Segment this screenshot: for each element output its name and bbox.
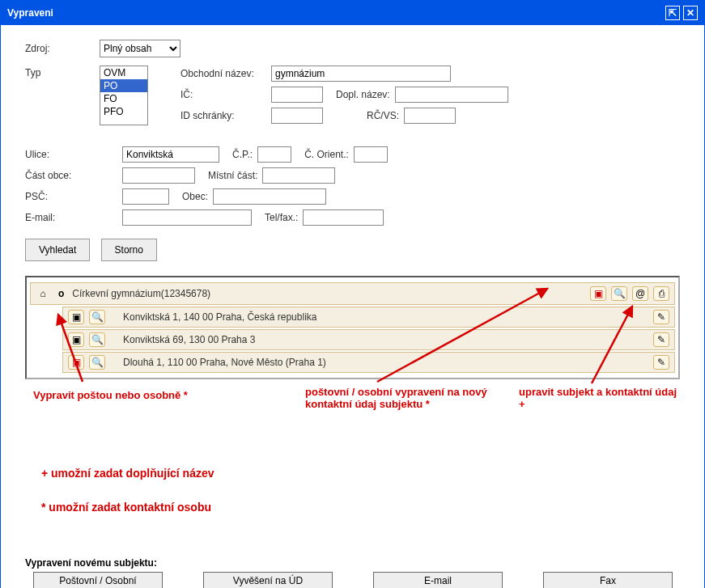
obchodni-nazev-label: Obchodní název: xyxy=(180,68,271,79)
dopl-nazev-label: Dopl. název: xyxy=(336,89,390,100)
corient-input[interactable] xyxy=(354,146,388,163)
footer-vyveseni-button[interactable]: Vyvěšení na ÚD xyxy=(203,572,333,588)
mistnicast-input[interactable] xyxy=(262,167,335,184)
window-title: Vypraveni xyxy=(7,7,53,19)
annotation-note2: * umožní zadat kontaktní osobu xyxy=(41,501,211,514)
typ-option-ovm[interactable]: OVM xyxy=(100,66,147,79)
obchodni-nazev-input[interactable] xyxy=(271,66,451,82)
arrow-icon xyxy=(345,281,555,386)
storno-button[interactable]: Storno xyxy=(101,239,157,261)
ulice-input[interactable] xyxy=(122,146,219,163)
svg-line-0 xyxy=(58,315,83,382)
email-input[interactable] xyxy=(122,209,252,226)
telfax-input[interactable] xyxy=(303,209,384,226)
obec-input[interactable] xyxy=(213,188,326,205)
subject-badge: o xyxy=(58,288,64,299)
svg-line-2 xyxy=(592,307,632,383)
annotation-left: Vypravit poštou nebo osobně * xyxy=(33,389,188,401)
ic-input[interactable] xyxy=(271,87,323,103)
footer-postovni-button[interactable]: Poštovní / Osobní xyxy=(33,572,163,588)
footer-email-button[interactable]: E-mail xyxy=(373,572,503,588)
address-edit-icon[interactable]: ✎ xyxy=(653,355,669,370)
footer-fax-button[interactable]: Fax xyxy=(543,572,673,588)
svg-line-1 xyxy=(377,289,547,382)
zdroj-select[interactable]: Plný obsah xyxy=(100,40,180,57)
arrow-icon xyxy=(559,298,640,387)
cp-input[interactable] xyxy=(257,146,291,163)
typ-option-fo[interactable]: FO xyxy=(100,92,147,105)
home-icon: ⌂ xyxy=(36,288,50,299)
annotations: Vypravit poštou nebo osobně * poštovní /… xyxy=(25,379,680,541)
id-schranky-input[interactable] xyxy=(271,108,323,124)
zdroj-label: Zdroj: xyxy=(25,43,100,54)
titlebar: Vypraveni ⇱ ✕ xyxy=(1,1,704,25)
castobce-input[interactable] xyxy=(122,167,195,184)
popout-button[interactable]: ⇱ xyxy=(665,6,680,20)
annotation-middle: poštovní / osobní vypravení na nový kont… xyxy=(305,386,516,410)
psc-input[interactable] xyxy=(122,188,169,205)
rcvs-label: RČ/VS: xyxy=(367,110,399,121)
titlebar-controls: ⇱ ✕ xyxy=(665,6,698,20)
typ-option-po[interactable]: PO xyxy=(100,79,147,92)
vyhledat-button[interactable]: Vyhledat xyxy=(25,239,90,261)
cp-label: Č.P.: xyxy=(232,149,253,160)
telfax-label: Tel/fax.: xyxy=(265,212,298,223)
castobce-label: Část obce: xyxy=(25,170,122,181)
annotation-note1: + umožní zadat doplňující název xyxy=(41,467,214,480)
subject-print-icon[interactable]: ⎙ xyxy=(653,286,669,301)
address-edit-icon[interactable]: ✎ xyxy=(653,310,669,324)
footer-title: Vypravení novému subjektu: xyxy=(25,557,680,569)
ic-label: IČ: xyxy=(180,89,271,100)
email-label: E-mail: xyxy=(25,212,122,223)
psc-label: PSČ: xyxy=(25,191,122,202)
mistnicast-label: Místní část: xyxy=(208,170,257,181)
rcvs-input[interactable] xyxy=(404,108,456,124)
close-button[interactable]: ✕ xyxy=(683,6,698,20)
typ-option-pfo[interactable]: PFO xyxy=(100,105,147,118)
dopl-nazev-input[interactable] xyxy=(395,87,508,103)
corient-label: Č. Orient.: xyxy=(304,149,349,160)
obec-label: Obec: xyxy=(182,191,208,202)
arrow-icon xyxy=(54,305,119,386)
typ-listbox[interactable]: OVM PO FO PFO xyxy=(100,66,148,125)
ulice-label: Ulice: xyxy=(25,149,122,160)
annotation-right: upravit subjekt a kontaktní údaj + xyxy=(519,386,681,410)
typ-label: Typ xyxy=(25,66,100,78)
address-edit-icon[interactable]: ✎ xyxy=(653,332,669,347)
id-schranky-label: ID schránky: xyxy=(180,110,271,121)
